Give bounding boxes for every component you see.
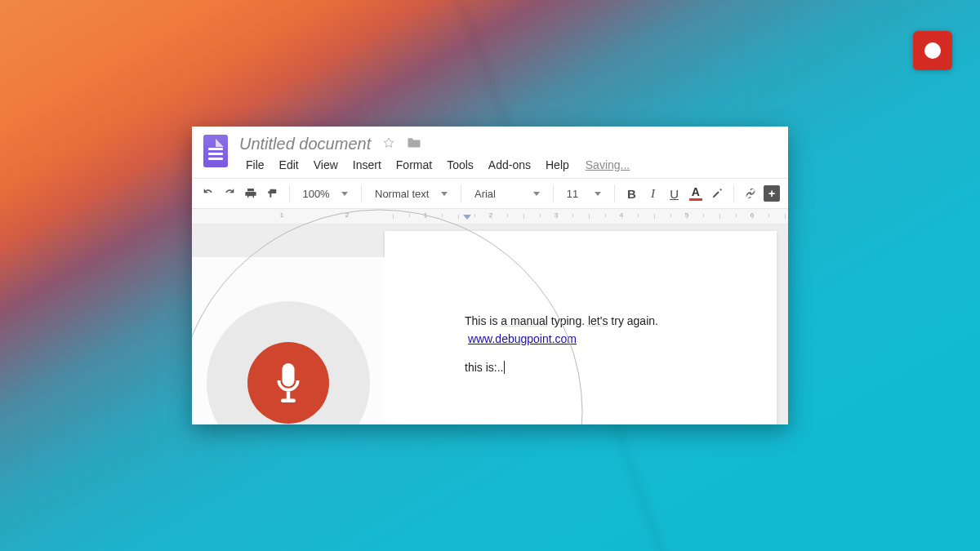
folder-icon[interactable] bbox=[407, 136, 421, 152]
chevron-down-icon bbox=[341, 192, 348, 196]
more-button[interactable]: + bbox=[762, 183, 782, 204]
menu-format[interactable]: Format bbox=[390, 157, 439, 173]
svg-rect-0 bbox=[286, 391, 290, 400]
italic-button[interactable]: I bbox=[643, 183, 662, 204]
zoom-dropdown[interactable]: 100% bbox=[296, 183, 354, 204]
paint-format-button[interactable] bbox=[262, 183, 282, 204]
text-line: this is:.. bbox=[465, 359, 759, 377]
voice-typing-panel bbox=[192, 257, 385, 424]
chevron-down-icon bbox=[595, 192, 601, 196]
document-canvas: This is a manual typing. let's try again… bbox=[192, 224, 788, 424]
google-docs-window: Untitled document File Edit View Insert … bbox=[192, 127, 788, 424]
voice-pulse-ring bbox=[207, 301, 370, 425]
bold-button[interactable]: B bbox=[621, 183, 641, 204]
record-icon bbox=[924, 42, 941, 59]
menu-file[interactable]: File bbox=[239, 157, 271, 173]
text-line: www.debugpoint.com bbox=[465, 331, 759, 349]
voice-typing-button[interactable] bbox=[247, 342, 329, 424]
save-status: Saving... bbox=[586, 158, 630, 171]
menu-insert[interactable]: Insert bbox=[346, 157, 388, 173]
text-color-button[interactable]: A bbox=[686, 183, 706, 204]
indent-marker[interactable] bbox=[463, 215, 471, 224]
menubar: File Edit View Insert Format Tools Add-o… bbox=[239, 157, 630, 173]
highlight-color-button[interactable] bbox=[707, 183, 727, 204]
microphone-icon bbox=[274, 363, 303, 402]
menu-help[interactable]: Help bbox=[539, 157, 576, 173]
star-icon[interactable] bbox=[382, 136, 395, 153]
text-cursor bbox=[504, 361, 505, 374]
ruler[interactable]: 1 2 3 4 5 6 2 1 bbox=[192, 209, 788, 224]
menu-edit[interactable]: Edit bbox=[273, 157, 305, 173]
insert-link-button[interactable] bbox=[741, 183, 760, 204]
page[interactable]: This is a manual typing. let's try again… bbox=[385, 231, 777, 424]
paragraph-style-dropdown[interactable]: Normal text bbox=[368, 183, 454, 204]
toolbar: 100% Normal text Arial 11 B I U A + bbox=[192, 178, 788, 209]
menu-tools[interactable]: Tools bbox=[440, 157, 480, 173]
font-dropdown[interactable]: Arial bbox=[468, 183, 546, 204]
screen-recorder-indicator[interactable] bbox=[913, 31, 952, 70]
print-button[interactable] bbox=[241, 183, 261, 204]
chevron-down-icon bbox=[533, 192, 540, 196]
undo-button[interactable] bbox=[198, 183, 218, 204]
chevron-down-icon bbox=[441, 192, 448, 196]
menu-addons[interactable]: Add-ons bbox=[482, 157, 537, 173]
svg-rect-1 bbox=[281, 398, 296, 402]
title-bar: Untitled document File Edit View Insert … bbox=[192, 127, 788, 173]
hyperlink[interactable]: www.debugpoint.com bbox=[468, 332, 577, 345]
docs-logo-icon[interactable] bbox=[203, 135, 228, 167]
text-line: This is a manual typing. let's try again… bbox=[465, 313, 759, 331]
menu-view[interactable]: View bbox=[307, 157, 345, 173]
document-title[interactable]: Untitled document bbox=[239, 135, 371, 153]
underline-button[interactable]: U bbox=[665, 183, 684, 204]
redo-button[interactable] bbox=[220, 183, 239, 204]
font-size-dropdown[interactable]: 11 bbox=[560, 183, 608, 204]
